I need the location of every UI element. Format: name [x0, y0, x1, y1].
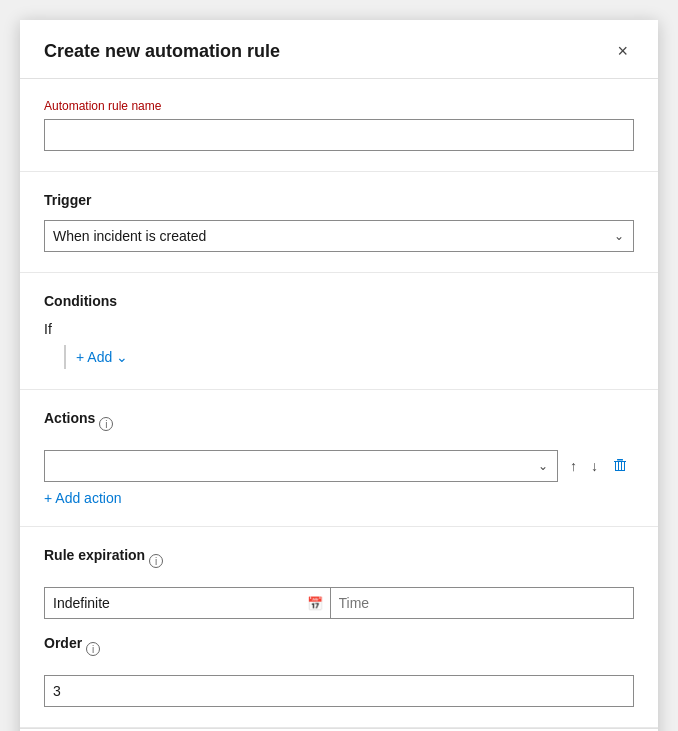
automation-name-section: Automation rule name [20, 79, 658, 172]
trigger-select[interactable]: When incident is created When incident i… [44, 220, 634, 252]
order-input[interactable] [44, 675, 634, 707]
move-up-button[interactable]: ↑ [564, 454, 583, 478]
actions-label: Actions [44, 410, 95, 426]
dialog-header: Create new automation rule × [20, 20, 658, 79]
conditions-label: Conditions [44, 293, 634, 309]
move-up-icon: ↑ [570, 458, 577, 474]
dialog-body: Automation rule name Trigger When incide… [20, 79, 658, 728]
actions-heading-row: Actions i [44, 410, 634, 438]
add-condition-button[interactable]: + Add ⌄ [76, 345, 128, 369]
add-condition-row: + Add ⌄ [64, 345, 634, 369]
svg-rect-4 [615, 470, 625, 471]
expiration-date-wrapper: 📅 [44, 587, 331, 619]
dialog-title: Create new automation rule [44, 41, 280, 62]
actions-select-wrapper: ⌄ [44, 450, 558, 482]
svg-rect-6 [621, 462, 622, 471]
add-action-button[interactable]: + Add action [44, 482, 121, 506]
order-heading-row: Order i [44, 635, 634, 663]
trigger-select-wrapper: When incident is created When incident i… [44, 220, 634, 252]
expiration-time-input[interactable] [331, 587, 635, 619]
add-condition-label: + Add [76, 349, 112, 365]
svg-rect-0 [614, 461, 626, 462]
add-action-label: + Add action [44, 490, 121, 506]
expiration-label: Rule expiration [44, 547, 145, 563]
order-section: Order i [44, 635, 634, 707]
actions-section: Actions i ⌄ ↑ ↓ [20, 390, 658, 527]
move-down-icon: ↓ [591, 458, 598, 474]
delete-icon [612, 457, 628, 476]
rule-expiration-section: Rule expiration i 📅 Order i [20, 527, 658, 728]
close-button[interactable]: × [611, 40, 634, 62]
expiration-info-icon: i [149, 554, 163, 568]
conditions-section: Conditions If + Add ⌄ [20, 273, 658, 390]
svg-rect-5 [618, 462, 619, 471]
if-label: If [44, 321, 634, 337]
actions-select[interactable] [44, 450, 558, 482]
actions-row: ⌄ ↑ ↓ [44, 450, 634, 482]
actions-info-icon: i [99, 417, 113, 431]
automation-name-label: Automation rule name [44, 99, 634, 113]
create-automation-dialog: Create new automation rule × Automation … [20, 20, 658, 731]
order-label: Order [44, 635, 82, 651]
expiration-heading-row: Rule expiration i [44, 547, 634, 575]
svg-rect-1 [617, 459, 623, 461]
svg-rect-3 [624, 462, 625, 471]
expiration-row: 📅 [44, 587, 634, 619]
order-info-icon: i [86, 642, 100, 656]
trigger-label: Trigger [44, 192, 634, 208]
svg-rect-2 [615, 462, 616, 471]
expiration-date-input[interactable] [44, 587, 331, 619]
action-controls: ↑ ↓ [564, 453, 634, 480]
trigger-section: Trigger When incident is created When in… [20, 172, 658, 273]
delete-action-button[interactable] [606, 453, 634, 480]
add-condition-chevron-icon: ⌄ [116, 349, 128, 365]
automation-name-input[interactable] [44, 119, 634, 151]
move-down-button[interactable]: ↓ [585, 454, 604, 478]
